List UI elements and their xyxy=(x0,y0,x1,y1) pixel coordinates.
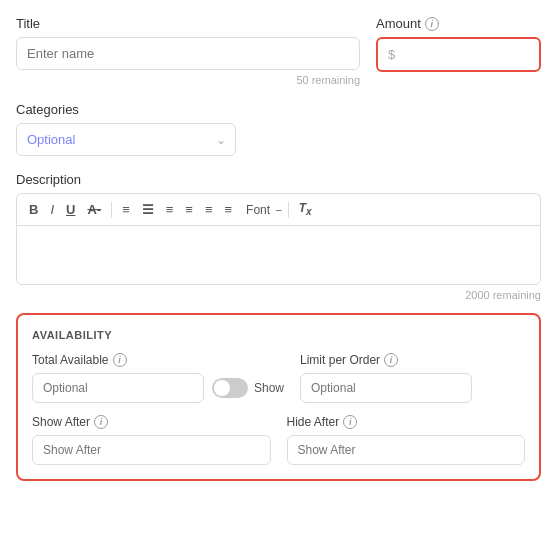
strikethrough-button[interactable]: A- xyxy=(83,201,105,218)
limit-per-order-input[interactable] xyxy=(300,373,472,403)
amount-label: Amount i xyxy=(376,16,541,31)
title-label: Title xyxy=(16,16,360,31)
hide-after-field: Hide After i xyxy=(287,415,526,465)
hide-after-input[interactable] xyxy=(287,435,526,465)
categories-label: Categories xyxy=(16,102,541,117)
align-center-button[interactable]: ≡ xyxy=(181,201,197,218)
toggle-wrapper: Show xyxy=(212,378,284,398)
hide-after-label: Hide After i xyxy=(287,415,526,429)
categories-select[interactable]: Optional xyxy=(16,123,236,156)
show-after-info-icon[interactable]: i xyxy=(94,415,108,429)
underline-button[interactable]: U xyxy=(62,201,79,218)
total-available-info-icon[interactable]: i xyxy=(113,353,127,367)
ordered-list-button[interactable]: ≡ xyxy=(118,201,134,218)
availability-section: AVAILABILITY Total Available i Show Limi… xyxy=(16,313,541,481)
description-label: Description xyxy=(16,172,541,187)
toggle-label: Show xyxy=(254,381,284,395)
show-after-input[interactable] xyxy=(32,435,271,465)
description-toolbar: B I U A- ≡ ☰ ≡ ≡ ≡ ≡ Font – Tx xyxy=(16,193,541,225)
title-char-count: 50 remaining xyxy=(16,74,360,86)
availability-row-2: Show After i Hide After i xyxy=(32,415,525,465)
description-char-count: 2000 remaining xyxy=(16,289,541,301)
availability-row-1: Total Available i Show Limit per Order i xyxy=(32,353,525,403)
bold-button[interactable]: B xyxy=(25,201,42,218)
title-input[interactable] xyxy=(16,37,360,70)
show-toggle[interactable] xyxy=(212,378,248,398)
italic-button[interactable]: I xyxy=(46,201,58,218)
amount-info-icon[interactable]: i xyxy=(425,17,439,31)
total-available-input[interactable] xyxy=(32,373,204,403)
unordered-list-button[interactable]: ☰ xyxy=(138,201,158,218)
align-right-button[interactable]: ≡ xyxy=(201,201,217,218)
toolbar-divider-1 xyxy=(111,202,112,218)
total-available-field: Total Available i Show xyxy=(32,353,284,403)
hide-after-info-icon[interactable]: i xyxy=(343,415,357,429)
limit-per-order-field: Limit per Order i xyxy=(300,353,525,403)
font-arrow-icon: – xyxy=(276,204,282,215)
total-available-label: Total Available i xyxy=(32,353,284,367)
show-after-field: Show After i xyxy=(32,415,271,465)
amount-input[interactable]: $ xyxy=(376,37,541,72)
availability-title: AVAILABILITY xyxy=(32,329,525,341)
description-editor[interactable] xyxy=(16,225,541,285)
align-left-button[interactable]: ≡ xyxy=(162,201,178,218)
limit-per-order-label: Limit per Order i xyxy=(300,353,525,367)
clear-format-button[interactable]: Tx xyxy=(295,200,316,219)
align-justify-button[interactable]: ≡ xyxy=(221,201,237,218)
font-label: Font xyxy=(242,201,274,219)
toolbar-divider-2 xyxy=(288,202,289,218)
limit-per-order-info-icon[interactable]: i xyxy=(384,353,398,367)
show-after-label: Show After i xyxy=(32,415,271,429)
font-selector[interactable]: Font – xyxy=(242,201,282,219)
